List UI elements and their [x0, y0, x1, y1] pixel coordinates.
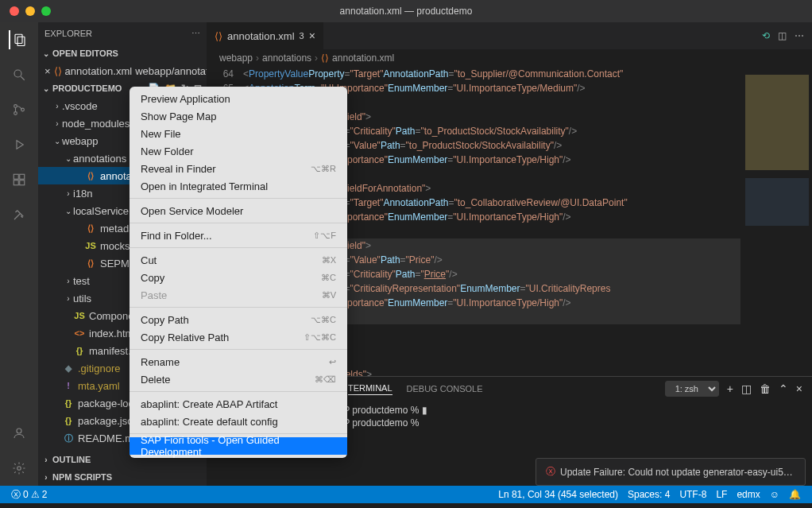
kill-terminal-icon[interactable]: 🗑 [760, 382, 771, 395]
context-menu-item[interactable]: Reveal in Finder⌥⌘R [130, 160, 347, 177]
minimap[interactable] [740, 67, 812, 376]
notification-toast[interactable]: ⓧ Update Failure: Could not update gener… [536, 458, 806, 486]
context-menu-item[interactable]: Find in Folder...⇧⌥F [130, 227, 347, 244]
status-errors[interactable]: ⓧ0⚠2 [6, 488, 52, 502]
npm-scripts-header[interactable]: ›NPM SCRIPTS [38, 468, 207, 486]
open-editors-header[interactable]: ⌄OPEN EDITORS [38, 45, 207, 62]
extensions-icon[interactable] [10, 170, 29, 189]
json-file-icon: {} [73, 344, 86, 357]
title-bar: annotation.xml — productdemo [0, 0, 812, 22]
status-spaces[interactable]: Spaces: 4 [623, 489, 675, 500]
editor-tab[interactable]: ⟨⟩ annotation.xml 3 × [207, 22, 324, 49]
svg-point-2 [14, 70, 21, 77]
svg-point-4 [14, 105, 17, 108]
svg-marker-7 [17, 141, 23, 149]
svg-point-12 [17, 429, 21, 433]
status-notification-icon[interactable]: 🔔 [784, 489, 806, 500]
run-debug-icon[interactable] [10, 135, 29, 154]
maximize-window-button[interactable] [41, 6, 51, 16]
more-actions-icon[interactable]: ⋯ [795, 30, 804, 41]
maximize-panel-icon[interactable]: ⌃ [779, 382, 788, 395]
context-menu-item[interactable]: abaplint: Create default config [130, 413, 347, 430]
context-menu-item[interactable]: New Folder [130, 142, 347, 160]
xml-file-icon: ⟨⟩ [321, 52, 329, 64]
minimize-window-button[interactable] [25, 6, 35, 16]
split-terminal-icon[interactable]: ◫ [741, 382, 752, 395]
status-cursor[interactable]: Ln 81, Col 34 (454 selected) [493, 489, 623, 500]
svg-rect-10 [14, 180, 18, 185]
split-editor-icon[interactable]: ◫ [778, 30, 787, 41]
json-file-icon: {} [62, 397, 75, 409]
context-menu-item[interactable]: Rename↩ [130, 353, 347, 370]
context-menu-item[interactable]: Cut⌘X [130, 251, 347, 269]
context-menu-item[interactable]: New File [130, 125, 347, 142]
context-menu-item[interactable]: Preview Application [130, 90, 347, 107]
account-icon[interactable] [10, 424, 29, 443]
status-language[interactable]: edmx [732, 489, 764, 500]
svg-rect-0 [15, 34, 22, 43]
editor-tabs: ⟨⟩ annotation.xml 3 × ⟲ ◫ ⋯ [207, 22, 812, 49]
search-icon[interactable] [10, 65, 29, 84]
json-file-icon: {} [62, 414, 75, 427]
context-menu-item[interactable]: Copy Path⌥⌘C [130, 311, 347, 328]
status-eol[interactable]: LF [711, 489, 732, 500]
terminal-tab[interactable]: TERMINAL [348, 383, 392, 395]
svg-line-3 [21, 76, 25, 80]
context-menu: Preview ApplicationShow Page MapNew File… [130, 87, 347, 458]
svg-point-5 [14, 112, 17, 115]
settings-icon[interactable] [10, 459, 29, 478]
yaml-file-icon: ! [62, 379, 75, 392]
activity-bar [0, 22, 38, 486]
svg-rect-9 [20, 174, 25, 179]
context-menu-item[interactable]: Open in Integrated Terminal [130, 177, 347, 195]
terminal-shell-select[interactable]: 1: zsh [665, 381, 719, 397]
source-control-icon[interactable] [10, 100, 29, 119]
context-menu-item[interactable]: Open Service Modeler [130, 202, 347, 219]
window-title: annotation.xml — productdemo [340, 6, 473, 17]
close-panel-icon[interactable]: × [796, 382, 802, 395]
context-menu-item[interactable]: Paste⌘V [130, 286, 347, 304]
js-file-icon: JS [73, 309, 86, 322]
html-file-icon: <> [73, 327, 86, 339]
js-file-icon: JS [84, 239, 97, 252]
context-menu-item[interactable]: Copy Relative Path⇧⌥⌘C [130, 328, 347, 346]
xml-file-icon: ⟨⟩ [215, 30, 222, 42]
explorer-more-icon[interactable]: ⋯ [191, 29, 200, 39]
compare-icon[interactable]: ⟲ [762, 30, 770, 41]
status-encoding[interactable]: UTF-8 [675, 489, 711, 500]
xml-file-icon: ⟨⟩ [54, 65, 62, 77]
debug-console-tab[interactable]: DEBUG CONSOLE [407, 384, 483, 394]
close-window-button[interactable] [10, 6, 19, 16]
context-menu-item[interactable]: Show Page Map [130, 107, 347, 125]
context-menu-item[interactable]: Delete⌘⌫ [130, 370, 347, 388]
svg-rect-11 [20, 180, 25, 185]
info-file-icon: ⓘ [62, 432, 75, 444]
close-tab-icon[interactable]: × [309, 29, 315, 42]
explorer-icon[interactable] [9, 30, 28, 49]
xml-file-icon: ⟨⟩ [84, 222, 97, 235]
context-menu-item[interactable]: abaplint: Create ABAP Artifact [130, 395, 347, 413]
status-bar: ⓧ0⚠2 Ln 81, Col 34 (454 selected) Spaces… [0, 486, 812, 503]
error-icon: ⓧ [546, 465, 555, 479]
xml-file-icon: ⟨⟩ [84, 169, 97, 182]
context-menu-item[interactable]: Copy⌘C [130, 269, 347, 286]
close-icon[interactable]: × [44, 65, 51, 77]
open-editor-item[interactable]: × ⟨⟩ annotation.xml webapp/annotatio... … [38, 62, 207, 79]
xml-file-icon: ⟨⟩ [84, 257, 97, 270]
git-file-icon: ◆ [62, 362, 75, 374]
context-menu-item[interactable]: SAP Fiori tools - Open Guided Developmen… [130, 437, 347, 455]
svg-rect-1 [17, 37, 25, 45]
tools-icon[interactable] [10, 205, 29, 224]
svg-point-13 [17, 467, 21, 471]
svg-rect-8 [14, 174, 18, 179]
breadcrumb[interactable]: webapp› annotations› ⟨⟩ annotation.xml [207, 49, 812, 67]
new-terminal-icon[interactable]: + [727, 382, 733, 395]
status-feedback-icon[interactable]: ☺ [765, 489, 784, 500]
explorer-title: EXPLORER [44, 29, 92, 38]
